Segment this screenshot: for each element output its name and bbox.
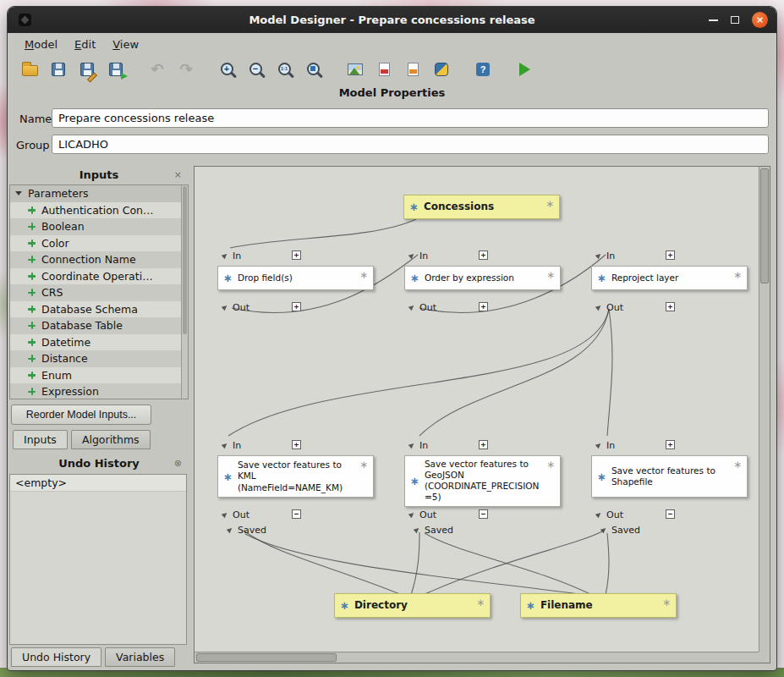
edit-model-help-icon[interactable] [471, 58, 495, 81]
save-model-in-project-icon[interactable] [104, 58, 128, 81]
tree-item-distance[interactable]: Distance [10, 350, 188, 367]
node-options-icon[interactable] [356, 269, 368, 281]
drop-field-s-port-in[interactable]: In [222, 250, 241, 261]
tree-item-connection-name[interactable]: Connection Name [10, 251, 188, 268]
save-vector-features-to-geojson-coordinate-precision-5-expand-outputs-icon[interactable]: − [479, 509, 488, 519]
connection-edge[interactable] [244, 531, 402, 595]
tree-item-database-schema[interactable]: Database Schema [10, 301, 188, 318]
tab-variables[interactable]: Variables [105, 647, 175, 667]
menu-view[interactable]: View [104, 36, 147, 53]
save-vector-features-to-kml-namefield-name-km-expand-inputs-icon[interactable]: + [292, 440, 301, 449]
connection-edge[interactable] [228, 309, 609, 436]
zoom-out-icon[interactable] [244, 58, 268, 81]
zoom-actual-icon[interactable] [273, 58, 297, 81]
drop-field-s-port-out[interactable]: Out [222, 301, 249, 313]
drop-field-s-node[interactable]: Drop field(s) [217, 266, 374, 290]
inputs-tree-scrollbar-thumb[interactable] [183, 186, 187, 334]
connection-edge[interactable] [230, 219, 416, 248]
tree-item-authentication-con[interactable]: Authentication Con… [10, 202, 188, 219]
tree-item-database-table[interactable]: Database Table [10, 317, 188, 334]
save-vector-features-to-shapefile-port-out[interactable]: Out [596, 509, 623, 520]
save-model-icon[interactable] [47, 58, 70, 81]
name-input[interactable] [52, 108, 769, 128]
save-vector-features-to-shapefile-expand-inputs-icon[interactable]: + [666, 440, 675, 449]
save-vector-features-to-geojson-coordinate-precision-5-port-in[interactable]: In [409, 439, 428, 451]
node-options-icon[interactable] [356, 459, 368, 471]
save-vector-features-to-shapefile-node[interactable]: Save vector features to Shapefile [591, 455, 748, 498]
connection-edge[interactable] [245, 534, 585, 595]
canvas-vertical-scrollbar-thumb[interactable] [760, 168, 769, 283]
order-by-expression-port-in[interactable]: In [409, 250, 428, 261]
save-vector-features-to-geojson-coordinate-precision-5-node[interactable]: Save vector features to GeoJSON (COORDIN… [404, 455, 561, 507]
node-options-icon[interactable] [543, 269, 555, 281]
tree-item-parameters[interactable]: Parameters [10, 185, 188, 202]
node-options-icon[interactable] [473, 597, 485, 608]
collapse-icon[interactable] [15, 191, 22, 195]
reproject-layer-port-in[interactable]: In [596, 250, 615, 261]
tree-item-crs[interactable]: CRS [10, 284, 188, 301]
order-by-expression-node[interactable]: Order by expression [404, 266, 561, 290]
tree-item-expression[interactable]: Expression [10, 383, 188, 399]
save-vector-features-to-geojson-coordinate-precision-5-port-out[interactable]: Out [409, 509, 436, 520]
undo-panel-close-icon[interactable]: ⊗ [174, 458, 182, 469]
inputs-tree-scrollbar[interactable] [181, 185, 188, 399]
menu-model[interactable]: Model [16, 36, 66, 53]
save-vector-features-to-kml-namefield-name-km-output-saved[interactable]: Saved [228, 524, 266, 536]
canvas-horizontal-scrollbar[interactable] [195, 652, 759, 663]
tree-item-coordinate-operati[interactable]: Coordinate Operati… [10, 268, 188, 285]
tab-undo-history[interactable]: Undo History [11, 647, 101, 667]
concessions-node[interactable]: Concessions [403, 195, 560, 219]
connection-edge[interactable] [423, 531, 604, 595]
run-model-icon[interactable] [513, 58, 536, 81]
order-by-expression-expand-outputs-icon[interactable]: + [479, 302, 488, 311]
zoom-in-icon[interactable] [216, 58, 239, 81]
canvas-vertical-scrollbar[interactable] [759, 167, 770, 652]
reproject-layer-node[interactable]: Reproject layer [591, 266, 748, 290]
drop-field-s-expand-outputs-icon[interactable]: + [292, 302, 301, 311]
drop-field-s-expand-inputs-icon[interactable]: + [292, 250, 301, 260]
save-vector-features-to-geojson-coordinate-precision-5-expand-inputs-icon[interactable]: + [479, 440, 488, 449]
save-vector-features-to-geojson-coordinate-precision-5-output-saved[interactable]: Saved [414, 524, 453, 536]
node-options-icon[interactable] [542, 198, 554, 210]
zoom-full-icon[interactable] [302, 58, 326, 81]
reproject-layer-port-out[interactable]: Out [596, 301, 623, 313]
directory-node[interactable]: Directory [334, 593, 491, 618]
save-vector-features-to-kml-namefield-name-km-port-out[interactable]: Out [222, 509, 249, 520]
export-image-icon[interactable] [343, 58, 367, 81]
node-options-icon[interactable] [730, 459, 742, 471]
inputs-panel-close-icon[interactable]: × [174, 169, 182, 180]
tree-item-enum[interactable]: Enum [10, 367, 188, 384]
reproject-layer-expand-outputs-icon[interactable]: + [666, 302, 675, 311]
close-button[interactable]: × [752, 12, 768, 28]
undo-history-entry[interactable]: <empty> [10, 475, 186, 492]
tab-inputs[interactable]: Inputs [13, 430, 68, 449]
order-by-expression-expand-inputs-icon[interactable]: + [479, 250, 488, 260]
model-canvas[interactable]: ConcessionsIn+Drop field(s)Out+In+Order … [194, 166, 770, 663]
export-pdf-icon[interactable] [372, 58, 396, 81]
connection-edge[interactable] [419, 309, 609, 436]
save-vector-features-to-shapefile-port-in[interactable]: In [596, 439, 615, 451]
connection-edge[interactable] [411, 532, 419, 595]
save-vector-features-to-kml-namefield-name-km-expand-outputs-icon[interactable]: − [292, 509, 301, 519]
maximize-button[interactable] [731, 16, 739, 24]
save-model-as-icon[interactable] [75, 58, 99, 81]
save-vector-features-to-kml-namefield-name-km-port-in[interactable]: In [222, 439, 241, 451]
group-input[interactable] [52, 135, 769, 154]
tree-item-datetime[interactable]: Datetime [10, 334, 188, 351]
open-model-icon[interactable] [18, 58, 41, 81]
node-options-icon[interactable] [659, 597, 671, 608]
titlebar[interactable]: Model Designer - Prepare concessions rel… [8, 7, 776, 33]
connection-edge[interactable] [606, 533, 609, 595]
node-options-icon[interactable] [543, 459, 555, 471]
reproject-layer-expand-inputs-icon[interactable]: + [666, 250, 675, 260]
reorder-model-inputs-button[interactable]: Reorder Model Inputs... [11, 405, 151, 425]
save-vector-features-to-shapefile-output-saved[interactable]: Saved [601, 524, 640, 536]
export-python-icon[interactable] [430, 58, 453, 81]
tree-item-color[interactable]: Color [10, 235, 188, 252]
order-by-expression-port-out[interactable]: Out [409, 301, 436, 313]
tree-item-boolean[interactable]: Boolean [10, 218, 188, 235]
canvas-horizontal-scrollbar-thumb[interactable] [196, 653, 337, 662]
minimize-button[interactable] [709, 19, 718, 21]
menu-edit[interactable]: Edit [66, 36, 104, 53]
save-vector-features-to-shapefile-expand-outputs-icon[interactable]: − [666, 509, 675, 519]
